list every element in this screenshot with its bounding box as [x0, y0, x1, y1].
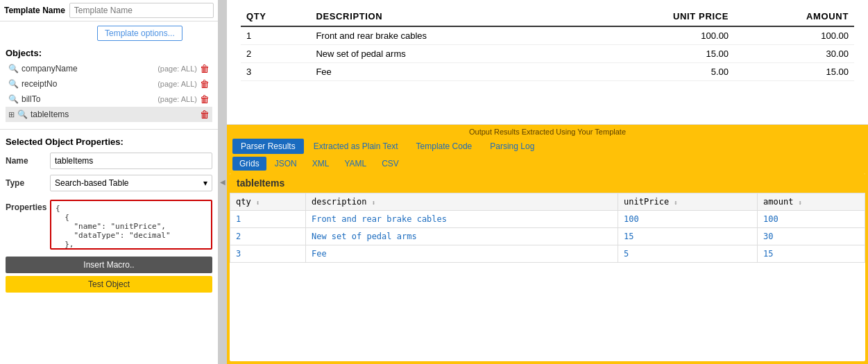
output-tabs-row: Parser Results Extracted as Plain Text T… [227, 137, 868, 155]
sort-icon: ↕ [256, 199, 259, 206]
table-icon: ⊞ [8, 110, 15, 119]
subtab-csv[interactable]: CSV [375, 157, 406, 171]
row2-unit-price: 15.00 [584, 45, 734, 63]
row1-unit-price: 100.00 [584, 26, 734, 45]
template-options-button[interactable]: Template options... [97, 26, 182, 41]
grid-row3-qty: 3 [230, 245, 306, 263]
row2-amount: 30.00 [734, 45, 854, 63]
row1-qty: 1 [241, 26, 310, 45]
object-item-receiptNo[interactable]: 🔍 receiptNo (page: ALL) 🗑 [6, 76, 212, 92]
output-panel: Output Results Extracted Using Your Temp… [227, 125, 868, 364]
grid-row: 3 Fee 5 15 [230, 245, 865, 263]
subtab-json[interactable]: JSON [268, 157, 304, 171]
object-page-companyName: (page: ALL) [158, 64, 197, 73]
grid-row: 1 Front and rear brake cables 100 100 [230, 211, 865, 228]
grid-title: tableItems [230, 173, 865, 193]
doc-preview: QTY DESCRIPTION UNIT PRICE AMOUNT 1 Fron… [227, 0, 868, 125]
tab-template-code[interactable]: Template Code [408, 139, 481, 154]
tab-extracted-plain-text[interactable]: Extracted as Plain Text [305, 139, 407, 154]
delete-icon-companyName[interactable]: 🗑 [200, 63, 210, 74]
col-description: DESCRIPTION [310, 7, 584, 26]
row3-unit-price: 5.00 [584, 63, 734, 81]
objects-section: Objects: 🔍 companyName (page: ALL) 🗑 🔍 r… [0, 45, 218, 125]
object-name-tableItems: tableItems [31, 110, 197, 119]
object-name-billTo: billTo [22, 94, 155, 104]
col-amount: AMOUNT [734, 7, 854, 26]
template-name-label: Template Name [4, 6, 65, 15]
object-item-companyName[interactable]: 🔍 companyName (page: ALL) 🗑 [6, 61, 212, 76]
type-prop-row: Type Search-based Table ▾ [6, 175, 212, 191]
row2-qty: 2 [241, 45, 310, 63]
type-label: Type [6, 178, 46, 188]
object-name-receiptNo: receiptNo [22, 79, 155, 89]
grid-col-amount[interactable]: amount ↕ [758, 193, 865, 211]
output-content: tableItems qty ↕ description ↕ unitPrice… [230, 173, 865, 361]
resize-handle[interactable]: ◀ [219, 0, 227, 364]
sub-tabs-row: Grids JSON XML YAML CSV [227, 155, 868, 173]
row1-amount: 100.00 [734, 26, 854, 45]
row3-description: Fee [310, 63, 584, 81]
object-page-billTo: (page: ALL) [158, 95, 197, 103]
table-row: 1 Front and rear brake cables 100.00 100… [241, 26, 854, 45]
tab-parsing-log[interactable]: Parsing Log [482, 139, 543, 154]
right-panel: QTY DESCRIPTION UNIT PRICE AMOUNT 1 Fron… [227, 0, 868, 364]
name-input[interactable] [50, 153, 212, 169]
delete-icon-receiptNo[interactable]: 🗑 [200, 78, 210, 89]
type-value: Search-based Table [55, 178, 129, 188]
grid-row1-description: Front and rear brake cables [305, 211, 618, 228]
insert-macro-button[interactable]: Insert Macro.. [6, 257, 212, 273]
row3-amount: 15.00 [734, 63, 854, 81]
row2-description: New set of pedal arms [310, 45, 584, 63]
grid-col-qty[interactable]: qty ↕ [230, 193, 306, 211]
grid-row1-qty: 1 [230, 211, 306, 228]
properties-row: Properties { { "name": "unitPrice", "dat… [0, 200, 218, 250]
grid-row2-amount: 30 [758, 228, 865, 245]
template-name-input[interactable] [69, 3, 214, 18]
objects-title: Objects: [6, 48, 212, 58]
test-object-button[interactable]: Test Object [6, 276, 212, 293]
name-label: Name [6, 156, 46, 166]
grid-col-description[interactable]: description ↕ [305, 193, 618, 211]
search-icon: 🔍 [8, 94, 19, 104]
output-header-text: Output Results Extracted Using Your Temp… [227, 125, 868, 137]
type-select-button[interactable]: Search-based Table ▾ [50, 175, 212, 191]
grid-row1-amount: 100 [758, 211, 865, 228]
grid-row1-unit-price: 100 [618, 211, 758, 228]
selected-props-title: Selected Object Properties: [6, 137, 212, 147]
tab-parser-results[interactable]: Parser Results [232, 139, 304, 154]
sort-icon: ↕ [372, 199, 375, 206]
subtab-xml[interactable]: XML [305, 157, 337, 171]
search-icon: 🔍 [8, 79, 19, 89]
selected-props-section: Selected Object Properties: Name Type Se… [0, 134, 218, 200]
invoice-table: QTY DESCRIPTION UNIT PRICE AMOUNT 1 Fron… [241, 7, 854, 81]
table-row: 3 Fee 5.00 15.00 [241, 63, 854, 81]
object-page-receiptNo: (page: ALL) [158, 80, 197, 88]
object-item-tableItems[interactable]: ⊞ 🔍 tableItems 🗑 [6, 107, 212, 122]
row3-qty: 3 [241, 63, 310, 81]
object-item-billTo[interactable]: 🔍 billTo (page: ALL) 🗑 [6, 92, 212, 107]
grid-row3-unit-price: 5 [618, 245, 758, 263]
table-row: 2 New set of pedal arms 15.00 30.00 [241, 45, 854, 63]
template-name-row: Template Name [0, 0, 218, 21]
grid-table: qty ↕ description ↕ unitPrice ↕ amount ↕… [230, 193, 865, 263]
search-icon: 🔍 [17, 110, 28, 119]
sort-icon: ↕ [674, 199, 677, 206]
delete-icon-billTo[interactable]: 🗑 [200, 94, 210, 105]
name-prop-row: Name [6, 153, 212, 169]
grid-row: 2 New set of pedal arms 15 30 [230, 228, 865, 245]
col-qty: QTY [241, 7, 310, 26]
subtab-yaml[interactable]: YAML [337, 157, 373, 171]
grid-row3-amount: 15 [758, 245, 865, 263]
search-icon: 🔍 [8, 64, 19, 73]
properties-textarea[interactable]: { { "name": "unitPrice", "dataType": "de… [50, 200, 212, 250]
delete-icon-tableItems[interactable]: 🗑 [200, 109, 210, 120]
col-unit-price: UNIT PRICE [584, 7, 734, 26]
row1-description: Front and rear brake cables [310, 26, 584, 45]
properties-label: Properties [6, 200, 46, 212]
grid-col-unit-price[interactable]: unitPrice ↕ [618, 193, 758, 211]
subtab-grids[interactable]: Grids [232, 157, 266, 171]
left-panel: Template Name Template options... Object… [0, 0, 219, 364]
grid-row3-description: Fee [305, 245, 618, 263]
divider [0, 129, 218, 130]
object-name-companyName: companyName [22, 64, 155, 73]
